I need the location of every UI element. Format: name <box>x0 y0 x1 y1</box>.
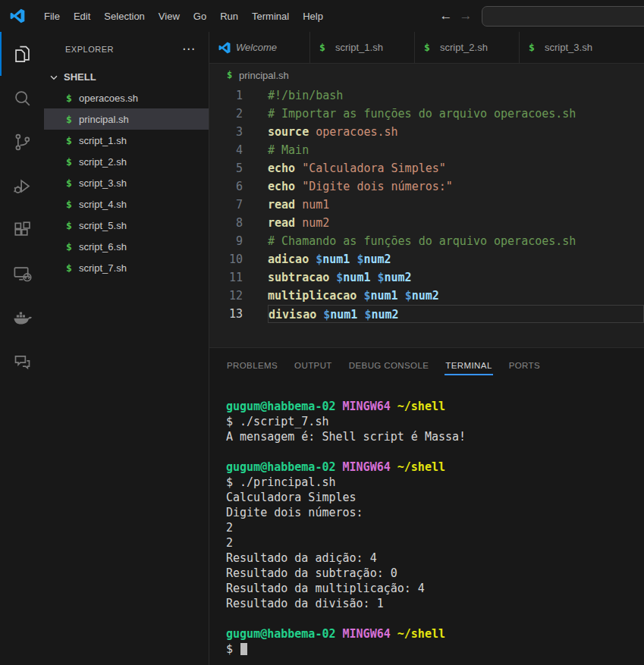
editor-tab-script_3-sh[interactable]: $script_3.sh <box>520 32 644 63</box>
tab-label: Welcome <box>236 42 277 53</box>
menu-edit[interactable]: Edit <box>67 8 97 25</box>
token-var: num2 <box>412 289 439 303</box>
file-item-principal.sh[interactable]: $principal.sh <box>44 108 209 130</box>
code-line-13[interactable]: 13divisao $num1 $num2 <box>209 305 644 323</box>
token-var: num2 <box>363 253 391 266</box>
code-line-5[interactable]: 5echo "Calculadora Simples" <box>209 159 644 177</box>
terminal-token-yellow: ~/shell <box>397 627 445 641</box>
line-number: 5 <box>209 159 243 177</box>
token-str: operacoes.sh <box>316 125 397 139</box>
code-line-1[interactable]: 1#!/bin/bash <box>209 86 644 105</box>
code-line-8[interactable]: 8read num2 <box>209 214 644 232</box>
activity-bar-item-remote-explorer[interactable] <box>0 252 44 296</box>
editor-tab-welcome[interactable]: Welcome <box>209 32 310 63</box>
token-cmd: read <box>268 216 295 230</box>
activity-bar-item-run-and-debug[interactable] <box>0 164 44 208</box>
panel-tab-output[interactable]: OUTPUT <box>294 356 333 375</box>
file-item-script_6.sh[interactable]: $script_6.sh <box>44 236 209 257</box>
code-line-7[interactable]: 7read num1 <box>209 196 644 214</box>
code-line-11[interactable]: 11subtracao $num1 $num2 <box>209 268 644 287</box>
more-actions-icon[interactable]: ⋯ <box>182 45 195 53</box>
code-line-9[interactable]: 9# Chamando as funções do arquivo operac… <box>209 232 644 250</box>
editor-tab-script_2-sh[interactable]: $script_2.sh <box>415 32 520 63</box>
gutter-gap <box>243 287 268 305</box>
back-arrow-icon[interactable]: ← <box>436 8 456 24</box>
activity-bar-item-comments[interactable] <box>0 340 44 384</box>
gutter-gap <box>243 250 268 268</box>
code-line-6[interactable]: 6echo "Digite dois números:" <box>209 177 644 196</box>
menu-help[interactable]: Help <box>296 8 330 25</box>
activity-bar-item-explorer[interactable] <box>0 32 44 76</box>
code-line-2[interactable]: 2# Importar as funções do arquivo operac… <box>209 105 644 123</box>
terminal-token-plain: Digite dois números: <box>226 506 363 519</box>
line-number: 9 <box>209 232 243 250</box>
editor-tab-script_1-sh[interactable]: $script_1.sh <box>310 32 415 63</box>
token-plain <box>295 216 302 230</box>
terminal-line-17: $ <box>226 641 644 657</box>
file-item-script_5.sh[interactable]: $script_5.sh <box>44 215 209 236</box>
file-item-script_7.sh[interactable]: $script_7.sh <box>44 257 209 278</box>
activity-bar-item-docker[interactable] <box>0 296 44 340</box>
activity-bar-item-search[interactable] <box>0 76 44 120</box>
shell-file-icon: $ <box>66 262 79 274</box>
terminal-token-plain: Calculadora Simples <box>226 491 357 504</box>
token-var: num1 <box>370 289 397 303</box>
file-tree: $operacoes.sh$principal.sh$script_1.sh$s… <box>44 87 209 278</box>
breadcrumb[interactable]: $ principal.sh <box>209 64 644 86</box>
folder-section-shell[interactable]: SHELL <box>44 67 209 87</box>
tab-label: script_1.sh <box>335 42 383 53</box>
code-line-3[interactable]: 3source operacoes.sh <box>209 123 644 141</box>
terminal-token-plain <box>336 400 343 413</box>
terminal-token-plain: 2 <box>226 536 233 550</box>
comments-icon <box>12 352 33 372</box>
menu-terminal[interactable]: Terminal <box>245 8 296 25</box>
panel-tab-debug-console[interactable]: DEBUG CONSOLE <box>348 356 430 375</box>
token-plain <box>295 162 302 175</box>
command-center-search-input[interactable] <box>482 6 644 27</box>
code-line-12[interactable]: 12multiplicacao $num1 $num2 <box>209 287 644 305</box>
terminal-token-plain <box>336 627 343 641</box>
line-number: 3 <box>209 123 243 141</box>
code-text: echo "Digite dois números:" <box>268 177 644 196</box>
gutter-gap <box>243 268 268 287</box>
activity-bar-item-extensions[interactable] <box>0 208 44 252</box>
file-name: script_6.sh <box>79 241 127 253</box>
terminal-token-plain: $ ./principal.sh <box>226 475 336 489</box>
code-line-4[interactable]: 4# Main <box>209 141 644 159</box>
code-editor[interactable]: 1#!/bin/bash2# Importar as funções do ar… <box>209 86 644 323</box>
file-item-script_1.sh[interactable]: $script_1.sh <box>44 130 209 151</box>
panel-tab-problems[interactable]: PROBLEMS <box>226 356 278 375</box>
menu-file[interactable]: File <box>37 8 67 25</box>
run-and-debug-icon <box>12 176 33 196</box>
code-line-10[interactable]: 10adicao $num1 $num2 <box>209 250 644 268</box>
token-plain <box>295 198 302 212</box>
panel-tab-terminal[interactable]: TERMINAL <box>445 356 492 375</box>
menu-run[interactable]: Run <box>213 8 245 25</box>
terminal-line-9: 2 <box>226 520 644 535</box>
file-name: script_5.sh <box>79 220 127 231</box>
file-item-script_4.sh[interactable]: $script_4.sh <box>44 193 209 215</box>
terminal-token-magenta: MINGW64 <box>343 627 391 641</box>
token-str: "Digite dois números:" <box>302 180 453 193</box>
gutter-gap <box>243 177 268 196</box>
terminal-output[interactable]: gugum@habbema-02 MINGW64 ~/shell$ ./scri… <box>209 382 644 665</box>
terminal-line-7: Calculadora Simples <box>226 490 644 505</box>
activity-bar-item-source-control[interactable] <box>0 120 44 164</box>
token-cmd: source <box>268 125 309 139</box>
menu-selection[interactable]: Selection <box>97 8 151 25</box>
gutter-gap <box>243 123 268 141</box>
menu-go[interactable]: Go <box>187 8 213 25</box>
terminal-token-plain: $ <box>226 642 240 656</box>
line-number: 2 <box>209 105 243 123</box>
file-name: script_2.sh <box>79 156 127 168</box>
forward-arrow-icon[interactable]: → <box>456 8 476 24</box>
vscode-logo-icon <box>10 8 25 24</box>
panel-tab-ports[interactable]: PORTS <box>508 356 541 375</box>
shell-file-icon: $ <box>66 241 79 253</box>
token-cmd: adicao <box>268 253 309 266</box>
file-item-script_3.sh[interactable]: $script_3.sh <box>44 172 209 193</box>
menu-view[interactable]: View <box>152 8 187 25</box>
file-item-operacoes.sh[interactable]: $operacoes.sh <box>44 87 209 108</box>
file-item-script_2.sh[interactable]: $script_2.sh <box>44 151 209 172</box>
folder-section-label: SHELL <box>64 71 96 83</box>
